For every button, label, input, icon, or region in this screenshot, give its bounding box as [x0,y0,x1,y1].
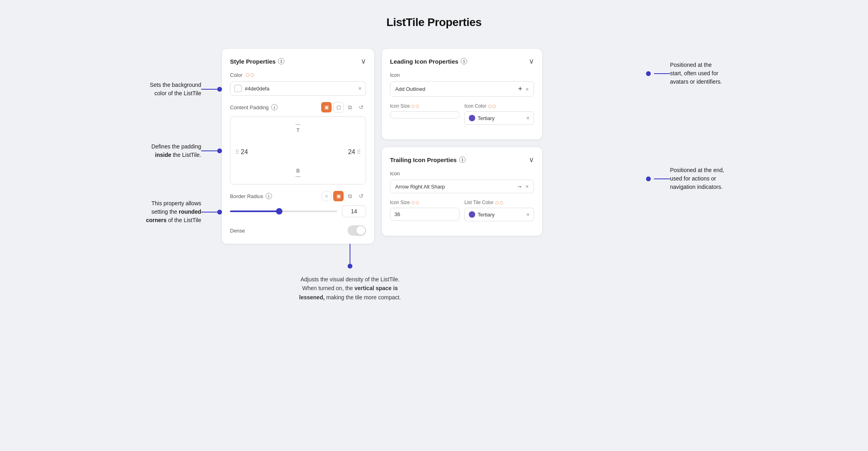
radius-value-box: 14 [342,205,366,217]
dense-annotation: Adjusts the visual density of the ListTi… [299,275,401,302]
radius-copy-icon[interactable]: ⧉ [345,191,355,201]
leading-panel-info-icon[interactable]: ℹ [461,58,467,64]
leading-icon-label: Icon [390,72,534,78]
color-annotation: Sets the backgroundcolor of the ListTile [134,81,201,98]
padding-top-label: T [296,127,300,133]
trailing-icon-fields: Icon Size ⬡⬡ 36 List Tile Color ⬡⬡ [390,200,534,221]
icon-color-group: Icon Color ⬡⬡ Tertiary × [464,103,534,125]
padding-annotation: Defines the paddinginside the ListTile. [134,142,201,159]
trailing-panel-info-icon[interactable]: ℹ [459,156,466,163]
border-radius-label: Border Radius [230,193,263,199]
dense-connector [348,244,352,269]
right-annotations: Positioned at thestart, often used forav… [646,49,734,191]
trailing-icon-clear[interactable]: × [526,184,529,189]
trailing-icon-size-value: 36 [394,211,455,217]
list-tile-color-group: List Tile Color ⬡⬡ Tertiary × [464,200,534,221]
padding-square-btn[interactable]: ▣ [321,102,332,112]
color-value: #4de0defa [245,86,355,92]
icon-size-input[interactable] [390,111,460,118]
padding-left-value: 24 [241,148,248,156]
list-tile-color-clear[interactable]: × [526,212,530,217]
trailing-icon-size-input[interactable]: 36 [390,208,460,221]
border-radius-slider-row: 14 [230,205,366,217]
border-radius-info-icon[interactable]: ℹ [266,193,272,199]
style-panel-chevron[interactable]: ∨ [361,57,366,66]
padding-box: — T ⠿ 24 24 ⠿ B [230,116,366,184]
page-title: ListTile Properties [386,16,482,29]
icon-size-group: Icon Size ⬡⬡ [390,103,460,125]
add-icon: + [518,85,522,93]
color-clear-btn[interactable]: × [358,86,362,91]
color-swatch [234,85,242,92]
radius-circle-btn[interactable]: ○ [321,191,332,201]
icon-color-label: Icon Color [464,103,486,109]
trailing-icon-name: Arrow Right Alt Sharp [395,184,514,190]
leading-panel-title: Leading Icon Properties [390,58,458,65]
style-properties-panel: Style Properties ℹ ∨ Color ⬡⬡ #4de0defa … [222,49,374,244]
leading-icon-fields: Icon Size ⬡⬡ Icon Color ⬡⬡ [390,103,534,125]
radius-slider-track[interactable] [230,210,337,212]
padding-bottom-label: B [296,168,300,174]
color-input[interactable]: #4de0defa × [230,81,366,96]
trailing-annotation: Positioned at the end,used for actions o… [670,166,724,191]
icon-color-clear[interactable]: × [526,115,530,121]
list-tile-color-label: List Tile Color [464,200,494,205]
dense-row: Dense [230,224,366,236]
trailing-icon-size-group: Icon Size ⬡⬡ 36 [390,200,460,221]
list-tile-color-value: Tertiary [478,212,524,218]
leading-panel-chevron[interactable]: ∨ [529,57,534,66]
padding-reset-icon[interactable]: ↺ [356,102,366,112]
content-padding-info-icon[interactable]: ℹ [271,104,278,110]
icon-color-value: Tertiary [478,115,524,121]
radius-square-btn[interactable]: ▣ [333,191,344,201]
list-tile-color-input[interactable]: Tertiary × [464,208,534,221]
color-label: Color ⬡⬡ [230,72,366,78]
padding-right-value: 24 [348,148,355,156]
leading-annotation: Positioned at thestart, often used forav… [670,61,722,86]
arrow-right-icon: → [517,183,522,190]
toggle-thumb [356,226,365,235]
icon-size-label: Icon Size [390,103,410,109]
leading-icon-panel: Leading Icon Properties ℹ ∨ Icon Add Out… [382,49,542,139]
style-panel-info-icon[interactable]: ℹ [278,58,284,64]
trailing-icon-panel: Trailing Icon Properties ℹ ∨ Icon Arrow … [382,147,542,236]
trailing-icon-size-label: Icon Size [390,200,410,205]
padding-rect-btn[interactable]: ▢ [333,102,344,112]
dense-label: Dense [230,228,245,234]
radius-slider-thumb[interactable] [276,208,282,214]
leading-icon-name: Add Outlined [395,86,515,92]
list-tile-color-dot [469,211,475,218]
trailing-icon-input[interactable]: Arrow Right Alt Sharp → × [390,180,534,193]
trailing-icon-label: Icon [390,170,534,176]
border-radius-annotation: This property allowssetting the roundedc… [134,199,201,224]
icon-color-dot [469,115,475,121]
padding-copy-icon[interactable]: ⧉ [345,102,355,112]
leading-icon-clear[interactable]: × [526,86,529,92]
content-padding-label: Content Padding [230,104,269,110]
trailing-panel-chevron[interactable]: ∨ [529,155,534,164]
left-handle: ⠿ [235,149,239,155]
dense-toggle[interactable] [348,225,366,236]
left-annotations: Sets the backgroundcolor of the ListTile… [134,49,222,224]
radius-reset-icon[interactable]: ↺ [356,191,366,201]
right-handle: ⠿ [357,149,361,155]
radius-slider-fill [230,210,279,212]
icon-color-input[interactable]: Tertiary × [464,111,534,125]
trailing-panel-title: Trailing Icon Properties [390,156,457,163]
panels-area: Style Properties ℹ ∨ Color ⬡⬡ #4de0defa … [222,49,646,244]
leading-icon-input[interactable]: Add Outlined + × [390,81,534,97]
style-panel-title: Style Properties [230,58,276,65]
